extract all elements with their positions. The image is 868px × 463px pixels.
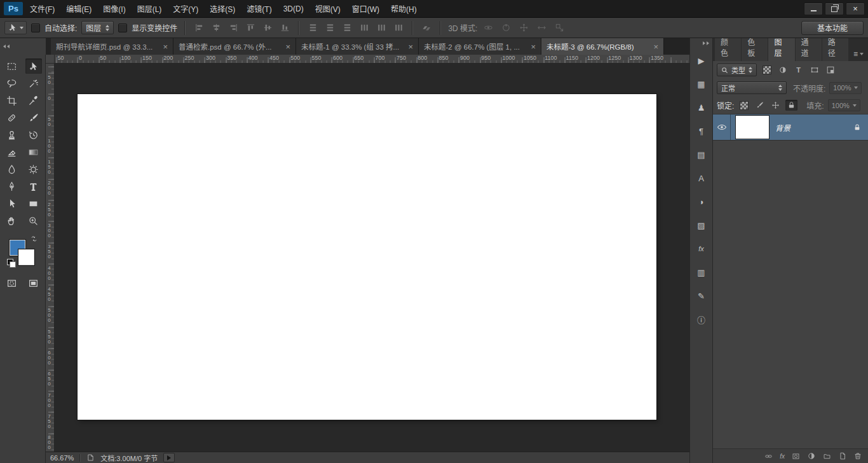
character-panel-icon[interactable]: A bbox=[694, 171, 709, 185]
tab-close-icon[interactable]: × bbox=[653, 43, 658, 51]
dock-collapse-button[interactable] bbox=[690, 38, 712, 48]
lock-all-button[interactable] bbox=[785, 100, 797, 111]
filter-kind-dropdown[interactable]: 类型 bbox=[717, 64, 757, 76]
document-tab[interactable]: 未标题-3 @ 66.7%(RGB/8) × bbox=[541, 38, 664, 55]
gradient-tool[interactable] bbox=[25, 144, 42, 160]
tab-close-icon[interactable]: × bbox=[285, 43, 290, 51]
align-top-edges-button[interactable] bbox=[244, 22, 257, 34]
opacity-field[interactable]: 100% bbox=[829, 82, 862, 94]
distribute-bottom-edges-button[interactable] bbox=[341, 22, 353, 34]
screen-mode-button[interactable] bbox=[25, 275, 42, 291]
quick-mask-button[interactable] bbox=[4, 275, 20, 291]
tab-close-icon[interactable]: × bbox=[163, 43, 168, 51]
default-colors-icon[interactable] bbox=[7, 259, 15, 267]
lock-paint-button[interactable] bbox=[754, 100, 766, 111]
histogram-panel-icon[interactable]: ▥ bbox=[694, 265, 709, 279]
align-right-edges-button[interactable] bbox=[227, 22, 240, 34]
menu-item[interactable]: 编辑(E) bbox=[60, 0, 97, 17]
tab-close-icon[interactable]: × bbox=[408, 43, 413, 51]
align-vertical-centers-button[interactable] bbox=[261, 22, 274, 34]
distribute-top-edges-button[interactable] bbox=[306, 22, 319, 34]
menu-item[interactable]: 选择(S) bbox=[204, 0, 241, 17]
swap-colors-icon[interactable] bbox=[30, 235, 38, 243]
spot-healing-brush-tool[interactable] bbox=[4, 110, 20, 125]
lock-transparency-button[interactable] bbox=[738, 100, 750, 111]
filter-adjustment-layers-icon[interactable] bbox=[776, 64, 789, 76]
document-canvas[interactable] bbox=[78, 94, 656, 420]
ruler-horizontal[interactable]: 5005010015020025030035040045050055060065… bbox=[55, 55, 689, 64]
distribute-left-edges-button[interactable] bbox=[358, 22, 370, 34]
align-horizontal-centers-button[interactable] bbox=[210, 22, 222, 34]
menu-item[interactable]: 窗口(W) bbox=[346, 0, 385, 17]
type-tool[interactable] bbox=[25, 179, 42, 194]
document-tab[interactable]: 期刊导航详细页.psd @ 33.3... × bbox=[51, 38, 173, 55]
add-layer-mask-button[interactable] bbox=[791, 452, 801, 460]
menu-item[interactable]: 视图(V) bbox=[309, 0, 346, 17]
rectangular-marquee-tool[interactable] bbox=[4, 59, 20, 74]
restore-button[interactable] bbox=[825, 3, 844, 15]
new-group-button[interactable] bbox=[822, 452, 832, 460]
layer-style-button[interactable]: fx bbox=[780, 453, 785, 460]
3d-slide-button[interactable] bbox=[535, 22, 548, 34]
document-tab[interactable]: 普通检索.psd @ 66.7% (外... × bbox=[173, 38, 296, 55]
layer-visibility-toggle[interactable] bbox=[713, 114, 731, 140]
app-logo-icon[interactable]: Ps bbox=[4, 2, 23, 15]
link-layers-button[interactable] bbox=[764, 452, 773, 460]
filter-pixel-layers-icon[interactable] bbox=[761, 64, 773, 76]
auto-select-checkbox[interactable] bbox=[31, 24, 40, 32]
dodge-tool[interactable] bbox=[25, 162, 42, 177]
menu-item[interactable]: 图像(I) bbox=[97, 0, 131, 17]
adjustments-panel-icon[interactable]: ◑ bbox=[694, 195, 709, 209]
status-popup-button[interactable] bbox=[163, 453, 175, 462]
info-panel-icon[interactable]: ⓘ bbox=[694, 312, 709, 326]
zoom-tool[interactable] bbox=[25, 213, 42, 228]
distribute-right-edges-button[interactable] bbox=[392, 22, 405, 34]
filter-shape-layers-icon[interactable] bbox=[808, 64, 820, 76]
styles-panel-icon[interactable]: fx bbox=[694, 242, 709, 256]
layer-comps-panel-icon[interactable]: ▤ bbox=[694, 148, 709, 162]
blur-tool[interactable] bbox=[4, 162, 20, 177]
paragraph-panel-icon[interactable]: ¶ bbox=[694, 124, 709, 138]
eyedropper-tool[interactable] bbox=[25, 93, 42, 108]
3d-scale-button[interactable] bbox=[553, 22, 566, 34]
menu-item[interactable]: 文件(F) bbox=[24, 0, 60, 17]
background-color-swatch[interactable] bbox=[18, 249, 34, 265]
align-bottom-edges-button[interactable] bbox=[278, 22, 291, 34]
document-tab[interactable]: 未标题-1 @ 33.3% (组 33 拷... × bbox=[296, 38, 419, 55]
panel-menu-button[interactable]: ≡ bbox=[849, 50, 868, 61]
distribute-horizontal-centers-button[interactable] bbox=[375, 22, 388, 34]
auto-align-layers-button[interactable] bbox=[420, 22, 433, 34]
3d-rotate-button[interactable] bbox=[482, 22, 494, 34]
3d-pan-button[interactable] bbox=[517, 22, 530, 34]
rectangle-shape-tool[interactable] bbox=[25, 196, 42, 211]
menu-item[interactable]: 图层(L) bbox=[132, 0, 168, 17]
hand-tool[interactable] bbox=[4, 213, 20, 228]
menu-item[interactable]: 滤镜(T) bbox=[241, 0, 277, 17]
filter-type-layers-icon[interactable]: T bbox=[792, 64, 804, 76]
show-transform-checkbox[interactable] bbox=[118, 24, 127, 32]
path-selection-tool[interactable] bbox=[4, 196, 20, 211]
minimize-button[interactable] bbox=[804, 3, 823, 15]
canvas-viewport[interactable] bbox=[55, 64, 689, 452]
history-brush-tool[interactable] bbox=[25, 127, 42, 142]
tab-close-icon[interactable]: × bbox=[531, 43, 536, 51]
crop-tool[interactable] bbox=[4, 93, 20, 108]
layer-name[interactable]: 背景 bbox=[775, 122, 790, 133]
delete-layer-button[interactable] bbox=[853, 452, 862, 460]
new-layer-button[interactable] bbox=[838, 452, 847, 460]
eraser-tool[interactable] bbox=[4, 144, 20, 160]
move-tool[interactable] bbox=[25, 59, 42, 74]
menu-item[interactable]: 文字(Y) bbox=[167, 0, 204, 17]
menu-item[interactable]: 帮助(H) bbox=[385, 0, 423, 17]
current-tool-button[interactable] bbox=[4, 21, 27, 34]
lock-position-button[interactable] bbox=[770, 100, 782, 111]
lasso-tool[interactable] bbox=[4, 76, 20, 91]
fill-field[interactable]: 100% bbox=[828, 99, 860, 111]
close-button[interactable]: × bbox=[846, 3, 865, 15]
ruler-vertical[interactable]: 5005010015020025030035040045050055060065… bbox=[46, 64, 55, 452]
blend-mode-dropdown[interactable]: 正常 bbox=[717, 81, 787, 94]
auto-select-dropdown[interactable]: 图层 bbox=[81, 21, 114, 34]
clone-stamp-tool[interactable] bbox=[4, 127, 20, 142]
swatches-panel-icon[interactable]: ▨ bbox=[694, 218, 709, 232]
brush-tool[interactable] bbox=[25, 110, 42, 125]
